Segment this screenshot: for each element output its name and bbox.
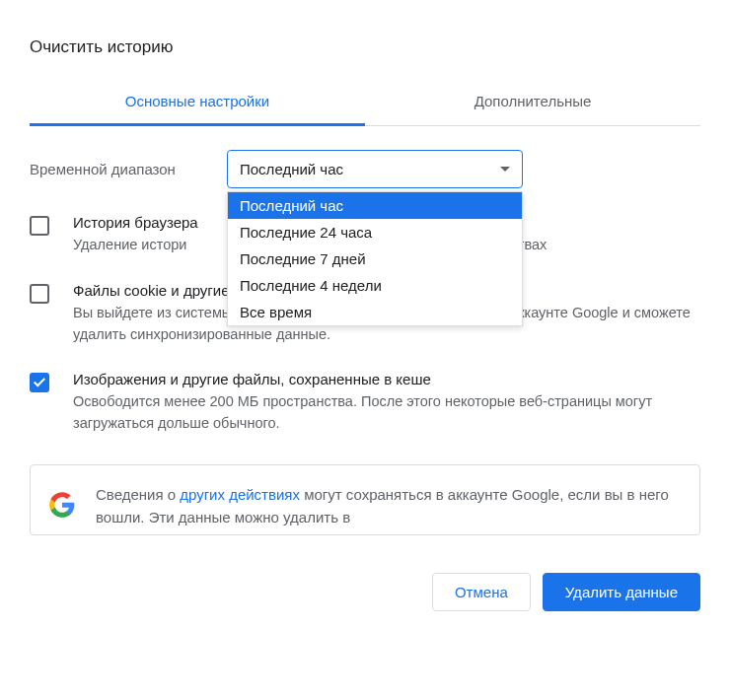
time-range-value: Последний час bbox=[240, 161, 343, 177]
cache-row: Изображения и другие файлы, сохраненные … bbox=[30, 355, 700, 445]
tabs: Основные настройки Дополнительные bbox=[30, 79, 700, 126]
dialog-footer: Отмена Удалить данные bbox=[30, 535, 700, 611]
google-logo-icon bbox=[48, 491, 76, 519]
cancel-button[interactable]: Отмена bbox=[432, 573, 531, 611]
cache-checkbox[interactable] bbox=[30, 373, 49, 392]
cache-desc: Освободится менее 200 МБ пространства. П… bbox=[73, 391, 700, 435]
cache-title: Изображения и другие файлы, сохраненные … bbox=[73, 371, 700, 387]
time-option-4w[interactable]: Последние 4 недели bbox=[228, 272, 522, 299]
dialog-title: Очистить историю bbox=[30, 30, 700, 79]
google-info-text: Сведения о других действиях могут сохран… bbox=[96, 483, 682, 529]
google-info-box: Сведения о других действиях могут сохран… bbox=[30, 464, 700, 535]
delete-data-button[interactable]: Удалить данные bbox=[543, 573, 700, 611]
time-option-last-hour[interactable]: Последний час bbox=[228, 192, 522, 219]
time-option-all[interactable]: Все время bbox=[228, 299, 522, 325]
tab-advanced[interactable]: Дополнительные bbox=[365, 79, 700, 125]
check-icon bbox=[34, 376, 45, 387]
chevron-down-icon bbox=[500, 167, 510, 172]
time-range-select[interactable]: Последний час bbox=[227, 150, 523, 188]
cookies-checkbox[interactable] bbox=[30, 284, 49, 304]
time-option-24h[interactable]: Последние 24 часа bbox=[228, 219, 522, 245]
time-range-row: Временной диапазон Последний час Последн… bbox=[30, 126, 700, 198]
time-option-7d[interactable]: Последние 7 дней bbox=[228, 245, 522, 272]
tab-basic[interactable]: Основные настройки bbox=[30, 79, 365, 126]
time-range-dropdown: Последний час Последние 24 часа Последни… bbox=[227, 191, 523, 326]
history-checkbox[interactable] bbox=[30, 216, 49, 236]
other-actions-link[interactable]: других действиях bbox=[180, 486, 300, 503]
time-range-label: Временной диапазон bbox=[30, 161, 227, 177]
